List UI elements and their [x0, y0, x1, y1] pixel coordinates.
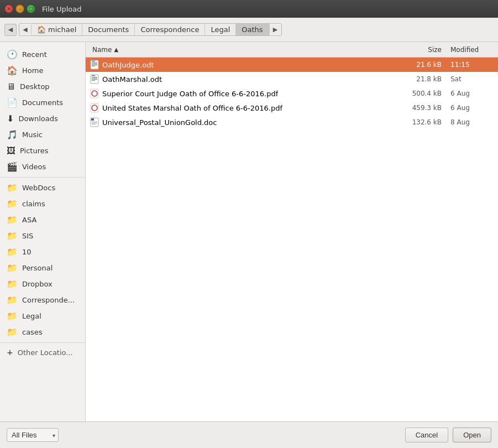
close-button[interactable]: ✕ — [4, 4, 13, 13]
sidebar-item-downloads[interactable]: ⬇ Downloads — [0, 111, 85, 127]
sidebar-item-dropbox[interactable]: 📁 Dropbox — [0, 276, 85, 292]
table-row[interactable]: OathJudge.odt 21.6 kB 11:15 — [86, 58, 498, 72]
breadcrumb-item-legal[interactable]: Legal — [205, 24, 236, 35]
breadcrumb-item-home[interactable]: 🏠 michael — [32, 24, 82, 35]
column-modified-header[interactable]: Modified — [446, 44, 496, 56]
add-location-button[interactable]: + Other Locatio... — [0, 345, 85, 360]
maximize-button[interactable]: □ — [27, 4, 35, 13]
folder-icon: 📁 — [7, 183, 18, 193]
filter-select-container: All Files ODT Files PDF Files DOC Files … — [7, 428, 59, 442]
videos-icon: 🎬 — [7, 162, 18, 172]
sidebar-item-cases[interactable]: 📁 cases — [0, 324, 85, 340]
svg-rect-1 — [92, 61, 95, 62]
table-row[interactable]: Superior Court Judge Oath of Office 6-6-… — [86, 86, 498, 101]
breadcrumb-item-correspondence[interactable]: Correspondence — [135, 24, 205, 35]
sidebar-item-claims[interactable]: 📁 claims — [0, 196, 85, 212]
breadcrumb-item-documents[interactable]: Documents — [82, 24, 135, 35]
svg-rect-9 — [92, 78, 97, 79]
svg-rect-18 — [92, 122, 97, 122]
file-area: Name ▲ Size Modified — [86, 42, 498, 421]
documents-icon: 📄 — [7, 97, 18, 108]
sidebar-item-correspondence[interactable]: 📁 Corresponde... — [0, 292, 85, 308]
breadcrumb-back-nav[interactable]: ◀ — [19, 24, 32, 35]
svg-rect-3 — [92, 64, 97, 64]
minimize-button[interactable]: – — [15, 4, 24, 13]
column-size-header[interactable]: Size — [402, 44, 446, 56]
breadcrumb-item-oaths[interactable]: Oaths — [236, 24, 269, 35]
action-buttons: Cancel Open — [405, 428, 491, 442]
file-modified: Sat — [446, 75, 496, 83]
sidebar-item-videos[interactable]: 🎬 Videos — [0, 159, 85, 175]
table-row[interactable]: United States Marshal Oath of Office 6-6… — [86, 101, 498, 115]
folder-icon: 📁 — [7, 311, 18, 321]
svg-rect-20 — [92, 124, 96, 124]
sidebar-item-legal[interactable]: 📁 Legal — [0, 308, 85, 324]
svg-rect-5 — [92, 66, 95, 66]
breadcrumb-bar: ◀ 🏠 michael Documents Correspondence Leg… — [19, 23, 282, 36]
file-upload-dialog: ◀ ◀ 🏠 michael Documents Correspondence L… — [0, 18, 498, 448]
home-icon: 🏠 — [7, 65, 18, 76]
downloads-icon: ⬇ — [7, 113, 14, 124]
titlebar: ✕ – □ File Upload — [0, 0, 498, 18]
file-name: OathJudge.odt — [102, 61, 154, 69]
folder-icon: 📁 — [7, 279, 18, 289]
odt-file-icon — [90, 60, 99, 70]
recent-icon: 🕐 — [7, 49, 18, 60]
file-filter-select[interactable]: All Files ODT Files PDF Files DOC Files — [7, 428, 59, 442]
sidebar-item-recent[interactable]: 🕐 Recent — [0, 46, 85, 62]
sidebar-item-10[interactable]: 📁 10 — [0, 244, 85, 260]
file-size: 500.4 kB — [402, 90, 446, 97]
file-name: United States Marshal Oath of Office 6-6… — [102, 104, 282, 112]
pdf-file-icon — [90, 88, 99, 99]
add-icon: + — [7, 348, 13, 357]
file-name-cell: OathJudge.odt — [88, 60, 402, 70]
sidebar-item-asa[interactable]: 📁 ASA — [0, 212, 85, 228]
sort-indicator: ▲ — [114, 46, 118, 53]
folder-icon: 📁 — [7, 327, 18, 337]
file-name: Superior Court Judge Oath of Office 6-6-… — [102, 90, 278, 98]
svg-rect-2 — [92, 62, 97, 63]
breadcrumb-forward-nav[interactable]: ▶ — [269, 24, 281, 35]
table-row[interactable]: OathMarshal.odt 21.8 kB Sat — [86, 72, 498, 86]
cancel-button[interactable]: Cancel — [405, 428, 448, 442]
sidebar-divider — [0, 177, 85, 178]
svg-rect-4 — [92, 65, 97, 65]
file-modified: 6 Aug — [446, 90, 496, 97]
folder-icon: 📁 — [7, 263, 18, 273]
sidebar-item-personal[interactable]: 📁 Personal — [0, 260, 85, 276]
open-button[interactable]: Open — [453, 428, 491, 442]
sidebar-item-home[interactable]: 🏠 Home — [0, 62, 85, 79]
svg-rect-11 — [92, 80, 95, 81]
svg-rect-19 — [92, 123, 97, 123]
file-name-cell: Universal_Postal_UnionGold.doc — [88, 117, 402, 128]
home-icon: 🏠 — [37, 25, 46, 34]
music-icon: 🎵 — [7, 129, 18, 140]
odt-file-icon — [90, 74, 99, 85]
folder-icon: 📁 — [7, 199, 18, 209]
table-row[interactable]: Universal_Postal_UnionGold.doc 132.6 kB … — [86, 115, 498, 129]
svg-rect-17 — [91, 118, 94, 121]
svg-rect-7 — [92, 75, 95, 76]
column-name-header[interactable]: Name ▲ — [88, 44, 402, 56]
sidebar-item-music[interactable]: 🎵 Music — [0, 127, 85, 143]
sidebar-item-documents[interactable]: 📄 Documents — [0, 95, 85, 111]
toolbar: ◀ ◀ 🏠 michael Documents Correspondence L… — [0, 18, 498, 42]
folder-icon: 📁 — [7, 231, 18, 241]
back-button[interactable]: ◀ — [4, 24, 17, 36]
file-size: 21.6 kB — [402, 61, 446, 69]
folder-icon: 📁 — [7, 247, 18, 257]
sidebar-item-webdocs[interactable]: 📁 WebDocs — [0, 180, 85, 196]
content-area: 🕐 Recent 🏠 Home 🖥 Desktop 📄 Documents ⬇ … — [0, 42, 498, 421]
folder-icon: 📁 — [7, 215, 18, 225]
sidebar-item-desktop[interactable]: 🖥 Desktop — [0, 79, 85, 95]
file-list-header: Name ▲ Size Modified — [86, 42, 498, 58]
sidebar-item-sis[interactable]: 📁 SIS — [0, 228, 85, 244]
file-name-cell: United States Marshal Oath of Office 6-6… — [88, 103, 402, 113]
file-list: OathJudge.odt 21.6 kB 11:15 — [86, 58, 498, 421]
window-title: File Upload — [42, 5, 81, 13]
file-modified: 8 Aug — [446, 118, 496, 126]
doc-file-icon — [90, 117, 99, 128]
pictures-icon: 🖼 — [7, 145, 15, 156]
file-name: OathMarshal.odt — [102, 75, 162, 84]
sidebar-item-pictures[interactable]: 🖼 Pictures — [0, 143, 85, 159]
